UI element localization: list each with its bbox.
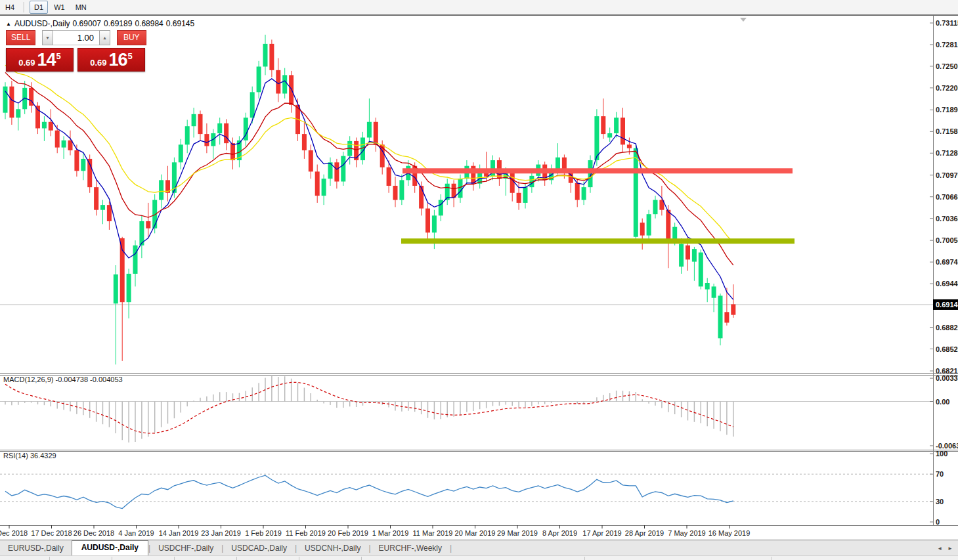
status-pane-divider [112, 557, 112, 560]
tab-usdcnh-daily[interactable]: USDCNH-,Daily [297, 542, 368, 555]
price-axis-label: 0.70970 [936, 171, 958, 179]
chart-symbol-label: AUDUSD-,Daily [14, 19, 70, 28]
tab-scroll-left-button[interactable]: ◄ [937, 546, 942, 551]
toolbar-separator [24, 2, 25, 12]
status-strip [0, 555, 958, 560]
buy-price-prefix: 0.69 [90, 58, 106, 68]
price-axis-label: 0.68520 [936, 345, 958, 353]
time-axis-label: 26 Dec 2018 [74, 529, 114, 537]
buy-button[interactable]: BUY [117, 30, 146, 45]
trading-terminal-window: { "toolbar": { "timeframes": ["H4", "D1"… [0, 0, 958, 560]
time-axis-label: 1 Mar 2019 [372, 529, 409, 537]
price-chart-canvas[interactable]: 0.731150.728100.725050.722000.718900.715… [0, 16, 958, 540]
resistance-line[interactable] [403, 168, 793, 173]
price-axis-label: 0.70665 [936, 193, 958, 201]
time-axis-label: 4 Jan 2019 [118, 529, 154, 537]
time-axis-label: 23 Jan 2019 [201, 529, 241, 537]
tab-separator: | [450, 544, 452, 555]
timeframe-button-mn[interactable]: MN [71, 1, 91, 14]
collapse-chart-icon[interactable]: ▲ [6, 21, 11, 27]
status-pane-divider [174, 557, 175, 560]
ohlc-close: 0.69145 [166, 19, 194, 28]
price-axis-label: 0.68825 [936, 324, 958, 332]
time-axis-label: 11 Feb 2019 [286, 529, 326, 537]
price-axis-label: 0.72505 [936, 62, 958, 70]
chart-tab-bar: EURUSD-,DailyAUDUSD-,Daily|USDCHF-,Daily… [0, 540, 958, 555]
status-pane-divider [772, 557, 772, 560]
timeframe-button-h4[interactable]: H4 [1, 1, 19, 14]
sell-price-prefix: 0.69 [18, 58, 35, 68]
tab-usdcad-daily[interactable]: USDCAD-,Daily [223, 542, 295, 555]
volume-input[interactable] [53, 30, 99, 45]
support-line[interactable] [401, 238, 795, 244]
chart-title: ▲AUDUSD-,Daily0.690070.691890.689840.691… [6, 19, 197, 28]
status-pane-divider [361, 557, 362, 560]
ohlc-high: 0.69189 [104, 19, 132, 28]
time-axis-label: 17 Apr 2019 [582, 529, 621, 537]
price-axis-label: 0.69440 [936, 280, 958, 288]
sell-price-sup: 5 [56, 51, 61, 61]
sell-price-tile[interactable]: 0.69 14 5 [6, 48, 74, 72]
time-axis-label: 14 Jan 2019 [159, 529, 199, 537]
time-axis-label: 7 Dec 2018 [0, 529, 28, 537]
macd-axis-label: 0.00 [936, 398, 949, 406]
time-axis-label: 7 May 2019 [668, 529, 705, 537]
time-axis-label: 20 Feb 2019 [328, 529, 368, 537]
buy-price-tile[interactable]: 0.69 16 5 [77, 48, 145, 72]
ohlc-low: 0.68984 [135, 19, 163, 28]
macd-axis-label: 0.003319 [936, 374, 958, 382]
time-axis: 7 Dec 201817 Dec 201826 Dec 20184 Jan 20… [0, 525, 750, 537]
status-pane-divider [49, 557, 50, 560]
sell-price-big: 14 [37, 50, 56, 70]
price-axis-label: 0.70050 [936, 236, 958, 244]
tab-scroll-right-button[interactable]: ► [947, 546, 953, 551]
status-pane-divider [584, 557, 585, 560]
price-axis-label: 0.72200 [936, 84, 958, 92]
ohlc-open: 0.69007 [73, 19, 101, 28]
timeframe-toolbar: H4D1W1MN [0, 0, 958, 16]
volume-decrease-button[interactable]: ▼ [42, 30, 53, 45]
rsi-axis-label: 70 [936, 470, 944, 478]
time-axis-label: 1 Feb 2019 [245, 529, 282, 537]
time-axis-label: 8 Apr 2019 [542, 529, 577, 537]
macd-axis-label: -0.006325 [936, 442, 958, 450]
time-axis-label: 28 Apr 2019 [625, 529, 664, 537]
time-axis-label: 11 Mar 2019 [413, 529, 453, 537]
tab-eurusd-daily[interactable]: EURUSD-,Daily [0, 542, 72, 555]
one-click-trade-panel: SELL ▼ ▲ BUY 0.69 14 5 0.69 16 5 [6, 30, 146, 72]
status-pane-divider [236, 557, 237, 560]
timeframe-button-d1[interactable]: D1 [30, 1, 48, 14]
time-axis-label: 20 Mar 2019 [455, 529, 496, 537]
tab-audusd-daily[interactable]: AUDUSD-,Daily [72, 540, 148, 555]
price-axis-label: 0.72810 [936, 41, 958, 49]
tab-usdchf-daily[interactable]: USDCHF-,Daily [150, 542, 221, 555]
time-axis-label: 16 May 2019 [708, 529, 751, 537]
tab-eurchf-weekly[interactable]: EURCHF-,Weekly [371, 542, 450, 555]
rsi-axis-label: 0 [936, 518, 940, 526]
price-axis-label: 0.70360 [936, 215, 958, 223]
status-pane-divider [299, 557, 299, 560]
price-axis-label: 0.73115 [936, 19, 958, 27]
rsi-axis-label: 100 [936, 450, 947, 458]
rsi-indicator-label: RSI(14) 36.4329 [3, 452, 56, 460]
price-axis-label: 0.71890 [936, 106, 958, 114]
price-axis-label: 0.71280 [936, 149, 958, 157]
time-axis-label: 29 Mar 2019 [497, 529, 538, 537]
buy-price-big: 16 [109, 50, 127, 70]
timeframe-button-w1[interactable]: W1 [49, 1, 70, 14]
rsi-axis-label: 30 [936, 498, 944, 506]
volume-increase-button[interactable]: ▲ [99, 30, 110, 45]
macd-indicator-label: MACD(12,26,9) -0.004738 -0.004053 [3, 376, 123, 383]
buy-price-sup: 5 [128, 51, 133, 61]
price-axis-label: 0.69745 [936, 258, 958, 266]
sell-button[interactable]: SELL [6, 30, 35, 45]
current-price-tag-text: 0.69145 [936, 301, 958, 309]
price-axis-label: 0.71585 [936, 127, 958, 135]
time-axis-label: 17 Dec 2018 [31, 529, 72, 537]
